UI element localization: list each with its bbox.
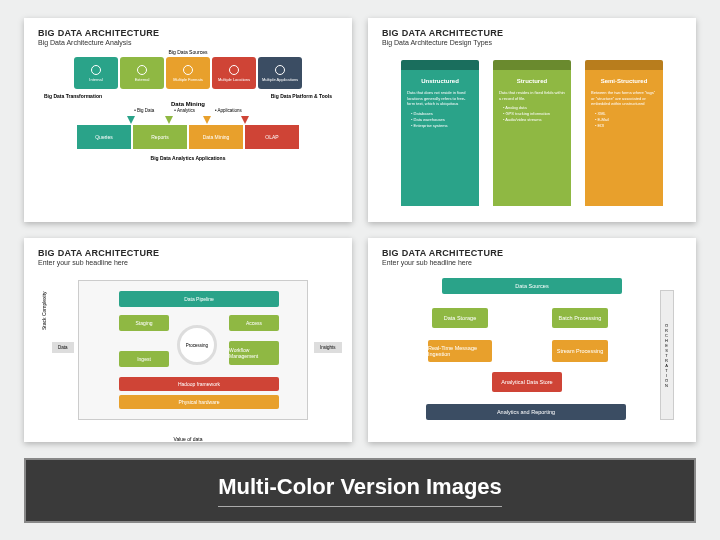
x-axis-label: Value of data: [173, 436, 202, 442]
column-body: StructuredData that resides in fixed fie…: [493, 70, 571, 206]
arrow-down-icon: [165, 116, 173, 124]
source-label: External: [135, 77, 150, 82]
source-icon: [229, 65, 239, 75]
right-label: Big Data Platform & Tools: [271, 93, 332, 99]
apps-row: QueriesReportsData MiningOLAP: [38, 125, 338, 149]
layer-bar: Access: [229, 315, 279, 331]
left-chip: Data: [52, 342, 74, 353]
dm-item: • Analytics: [174, 108, 195, 113]
layer-bar: Data Pipeline: [119, 291, 279, 307]
source-icon: [183, 65, 193, 75]
footer-banner: Multi-Color Version Images: [24, 458, 696, 523]
source-box: Multiple Applications: [258, 57, 302, 89]
flow-box: Data Sources: [442, 278, 622, 294]
source-box: Multiple Locations: [212, 57, 256, 89]
mid-labels: Big Data Transformation Big Data Platfor…: [44, 93, 332, 99]
column-body: Semi-StructuredBetween the two forms whe…: [585, 70, 663, 206]
bottom-label: Big Data Analytics Applications: [38, 155, 338, 161]
flow-box: Batch Processing: [552, 308, 608, 328]
column-tab: [401, 60, 479, 70]
types-row: UnstructuredData that does not reside in…: [382, 60, 682, 206]
slide-design-types: BIG DATA ARCHITECTURE Big Data Architect…: [368, 18, 696, 222]
app-box: Reports: [133, 125, 187, 149]
flow-box: Analytics and Reporting: [426, 404, 626, 420]
slide-subtitle: Enter your sub headline here: [382, 259, 682, 266]
type-column: UnstructuredData that does not reside in…: [401, 60, 479, 206]
slide-architecture-analysis: BIG DATA ARCHITECTURE Big Data Architect…: [24, 18, 352, 222]
flow-box: Analytical Data Store: [492, 372, 562, 392]
flow-box: Stream Processing: [552, 340, 608, 362]
slide-title: BIG DATA ARCHITECTURE: [38, 28, 338, 38]
source-box: External: [120, 57, 164, 89]
column-desc: Data that resides in fixed fields within…: [499, 90, 565, 101]
layer-bar: Physical hardware: [119, 395, 279, 409]
source-icon: [275, 65, 285, 75]
slide-stack-chart: BIG DATA ARCHITECTURE Enter your sub hea…: [24, 238, 352, 442]
column-item: • Enterprise systems: [411, 123, 473, 129]
arrow-down-icon: [241, 116, 249, 124]
source-box: Multiple Formats: [166, 57, 210, 89]
layer-bar: Hadoop framework: [119, 377, 279, 391]
flow-box: Real-Time Message Ingestion: [428, 340, 492, 362]
column-item: • EDI: [595, 123, 657, 129]
dm-item: • Applications: [215, 108, 242, 113]
y-axis-label: Stack Complexity: [41, 291, 47, 330]
source-box: Internal: [74, 57, 118, 89]
app-box: Queries: [77, 125, 131, 149]
flow-box: Data Storage: [432, 308, 488, 328]
sources-row: InternalExternalMultiple FormatsMultiple…: [38, 57, 338, 89]
source-label: Multiple Locations: [218, 77, 250, 82]
slide-subtitle: Enter your sub headline here: [38, 259, 338, 266]
arrow-down-icon: [203, 116, 211, 124]
app-box: OLAP: [245, 125, 299, 149]
column-item: • Audio/video streams: [503, 117, 565, 123]
arrows-row: [38, 116, 338, 124]
layer-bar: Staging: [119, 315, 169, 331]
layer-bar: Workflow Management: [229, 341, 279, 365]
column-title: Unstructured: [407, 78, 473, 84]
sources-label: Big Data Sources: [38, 49, 338, 55]
layer-bar: Ingest: [119, 351, 169, 367]
column-desc: Data that does not reside in fixed locat…: [407, 90, 473, 107]
column-tab: [493, 60, 571, 70]
layers-box: Processing Data PipelineStagingAccessIng…: [78, 280, 308, 420]
column-desc: Between the two forms where "tags" or "s…: [591, 90, 657, 107]
left-label: Big Data Transformation: [44, 93, 102, 99]
dm-item: • Big Data: [134, 108, 154, 113]
source-label: Multiple Applications: [262, 77, 298, 82]
source-label: Internal: [89, 77, 102, 82]
column-tab: [585, 60, 663, 70]
column-title: Structured: [499, 78, 565, 84]
flow-area: ORCHESTRATION Data SourcesData StorageBa…: [382, 274, 682, 442]
source-icon: [137, 65, 147, 75]
slide-subtitle: Big Data Architecture Analysis: [38, 39, 338, 46]
type-column: Semi-StructuredBetween the two forms whe…: [585, 60, 663, 206]
banner-title: Multi-Color Version Images: [218, 474, 502, 507]
slide-title: BIG DATA ARCHITECTURE: [38, 248, 338, 258]
column-title: Semi-Structured: [591, 78, 657, 84]
processing-circle: Processing: [177, 325, 217, 365]
orchestration-bar: ORCHESTRATION: [660, 290, 674, 420]
right-chip: Insights: [314, 342, 342, 353]
source-label: Multiple Formats: [173, 77, 203, 82]
app-box: Data Mining: [189, 125, 243, 149]
chart-area: Stack Complexity Data Processing Data Pi…: [38, 272, 338, 442]
slide-subtitle: Big Data Architecture Design Types: [382, 39, 682, 46]
source-icon: [91, 65, 101, 75]
column-body: UnstructuredData that does not reside in…: [401, 70, 479, 206]
slide-title: BIG DATA ARCHITECTURE: [382, 248, 682, 258]
data-mining-label: Data Mining: [38, 101, 338, 107]
slide-data-flow: BIG DATA ARCHITECTURE Enter your sub hea…: [368, 238, 696, 442]
data-mining-items: • Big Data• Analytics• Applications: [38, 108, 338, 113]
slide-title: BIG DATA ARCHITECTURE: [382, 28, 682, 38]
arrow-down-icon: [127, 116, 135, 124]
type-column: StructuredData that resides in fixed fie…: [493, 60, 571, 206]
